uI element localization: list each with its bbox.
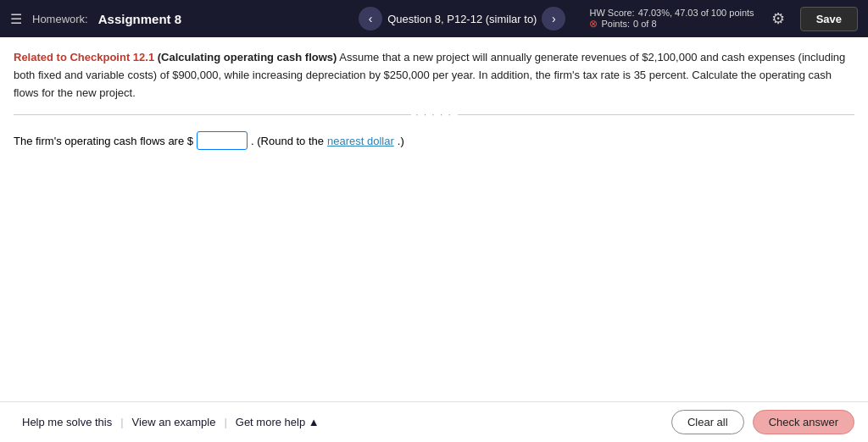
footer-right: Clear all Check answer bbox=[671, 410, 854, 434]
get-more-help-button[interactable]: Get more help ▲ bbox=[227, 411, 328, 434]
next-question-button[interactable]: › bbox=[542, 7, 565, 30]
footer: Help me solve this | View an example | G… bbox=[0, 401, 868, 442]
save-button[interactable]: Save bbox=[800, 7, 858, 31]
question-label: Question 8, P12-12 (similar to) bbox=[387, 13, 537, 25]
view-example-button[interactable]: View an example bbox=[124, 411, 225, 434]
footer-left: Help me solve this | View an example | G… bbox=[14, 411, 328, 434]
points-value: 0 of 8 bbox=[633, 19, 657, 29]
checkpoint-link[interactable]: Related to Checkpoint 12.1 bbox=[14, 51, 154, 64]
points-label: Points: bbox=[601, 19, 630, 29]
answer-input[interactable] bbox=[197, 131, 248, 150]
check-answer-button[interactable]: Check answer bbox=[753, 410, 854, 434]
divider: · · · · · bbox=[14, 110, 854, 119]
answer-end: .) bbox=[398, 135, 404, 147]
nearest-dollar-link[interactable]: nearest dollar bbox=[327, 135, 394, 147]
answer-row: The firm's operating cash flows are $ . … bbox=[14, 131, 854, 150]
clear-all-button[interactable]: Clear all bbox=[671, 410, 744, 434]
question-nav: ‹ Question 8, P12-12 (similar to) › bbox=[359, 7, 565, 30]
header: ☰ Homework: Assignment 8 ‹ Question 8, P… bbox=[0, 0, 868, 37]
divider-line-right bbox=[458, 114, 855, 115]
menu-icon[interactable]: ☰ bbox=[10, 11, 22, 27]
divider-dots: · · · · · bbox=[411, 110, 458, 119]
help-me-solve-button[interactable]: Help me solve this bbox=[14, 411, 120, 434]
assignment-title: Assignment 8 bbox=[98, 12, 181, 26]
divider-line-left bbox=[14, 114, 411, 115]
answer-prefix: The firm's operating cash flows are $ bbox=[14, 135, 193, 147]
scores-panel: HW Score: 47.03%, 47.03 of 100 points ⊗ … bbox=[589, 8, 754, 30]
prev-question-button[interactable]: ‹ bbox=[359, 7, 382, 30]
hw-score-label: HW Score: bbox=[589, 8, 634, 18]
points-icon: ⊗ bbox=[589, 18, 598, 30]
question-title: (Calculating operating cash flows) bbox=[158, 51, 337, 64]
question-body: Related to Checkpoint 12.1 (Calculating … bbox=[14, 49, 854, 102]
homework-label: Homework: bbox=[32, 13, 88, 25]
main-content: Related to Checkpoint 12.1 (Calculating … bbox=[0, 37, 868, 401]
hw-score-value: 47.03%, 47.03 of 100 points bbox=[638, 8, 754, 18]
settings-button[interactable]: ⚙ bbox=[771, 9, 785, 28]
answer-suffix: . (Round to the bbox=[251, 135, 324, 147]
